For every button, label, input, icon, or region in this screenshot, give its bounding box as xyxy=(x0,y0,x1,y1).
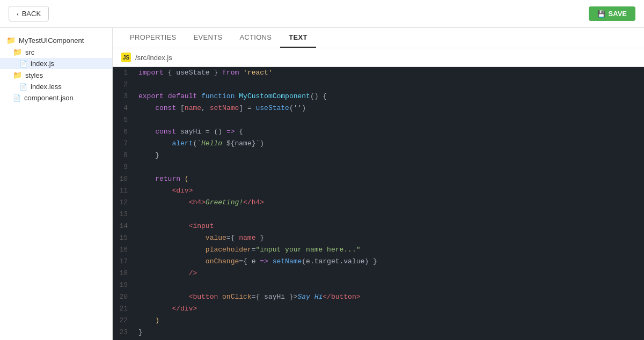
table-row: 13 xyxy=(113,209,644,220)
sidebar-item-root[interactable]: 📁 MyTestUIComponent xyxy=(0,34,112,46)
table-row: 23 } xyxy=(113,327,644,338)
right-panel: PROPERTIES EVENTS ACTIONS TEXT JS /src/i… xyxy=(113,28,644,340)
tab-actions[interactable]: ACTIONS xyxy=(231,28,280,48)
table-row: 6 const sayHi = () => { xyxy=(113,126,644,138)
file-icon: 📄 xyxy=(19,83,27,91)
save-button[interactable]: 💾 SAVE xyxy=(589,6,635,21)
table-row: 4 const [name, setName] = useState('') xyxy=(113,102,644,114)
folder-icon: 📁 xyxy=(13,71,22,79)
table-row: 16 placeholder="input your name here..." xyxy=(113,244,644,256)
code-table: 1 import { useState } from 'react' 2 3 e… xyxy=(113,67,644,340)
table-row: 10 return ( xyxy=(113,173,644,185)
file-icon: 📄 xyxy=(19,60,27,68)
sidebar: 📁 MyTestUIComponent 📁 src 📄 index.js 📁 s… xyxy=(0,28,113,340)
sidebar-label: styles xyxy=(25,71,43,79)
table-row: 19 xyxy=(113,279,644,291)
sidebar-item-indexless[interactable]: 📄 index.less xyxy=(0,81,112,92)
main-layout: 📁 MyTestUIComponent 📁 src 📄 index.js 📁 s… xyxy=(0,28,644,340)
back-button[interactable]: ‹ BACK xyxy=(9,6,49,21)
folder-icon: 📁 xyxy=(6,36,16,45)
js-file-icon: JS xyxy=(121,53,131,62)
table-row: 9 xyxy=(113,161,644,173)
table-row: 2 xyxy=(113,79,644,91)
file-header: JS /src/index.js xyxy=(113,48,644,67)
sidebar-item-src[interactable]: 📁 src xyxy=(0,46,112,58)
toolbar: ‹ BACK 💾 SAVE xyxy=(0,0,644,28)
tabs-bar: PROPERTIES EVENTS ACTIONS TEXT xyxy=(113,28,644,48)
sidebar-item-indexjs[interactable]: 📄 index.js xyxy=(0,58,112,69)
save-icon: 💾 xyxy=(597,10,605,18)
table-row: 12 <h4>Greeting!</h4> xyxy=(113,197,644,209)
back-label: BACK xyxy=(22,10,41,18)
table-row: 17 onChange={ e => setName(e.target.valu… xyxy=(113,256,644,268)
folder-icon: 📁 xyxy=(13,48,22,56)
tab-events[interactable]: EVENTS xyxy=(185,28,231,48)
table-row: 20 <button onClick={ sayHi }>Say Hi</but… xyxy=(113,291,644,303)
sidebar-label: index.less xyxy=(31,83,62,91)
table-row: 14 <input xyxy=(113,220,644,232)
table-row: 5 xyxy=(113,114,644,126)
table-row: 11 <div> xyxy=(113,185,644,197)
table-row: 7 alert(`Hello ${name}`) xyxy=(113,138,644,150)
code-editor[interactable]: 1 import { useState } from 'react' 2 3 e… xyxy=(113,67,644,340)
table-row: 3 export default function MyCustomCompon… xyxy=(113,91,644,102)
table-row: 21 </div> xyxy=(113,303,644,315)
chevron-left-icon: ‹ xyxy=(17,11,19,17)
table-row: 8 } xyxy=(113,150,644,161)
table-row: 22 ) xyxy=(113,315,644,327)
table-row: 15 value={ name } xyxy=(113,232,644,244)
sidebar-item-componentjson[interactable]: 📄 component.json xyxy=(0,92,112,104)
tab-properties[interactable]: PROPERTIES xyxy=(121,28,185,48)
sidebar-label: src xyxy=(25,48,34,56)
tab-text[interactable]: TEXT xyxy=(280,28,316,48)
file-path: /src/index.js xyxy=(135,54,172,62)
save-label: SAVE xyxy=(609,10,627,18)
file-icon: 📄 xyxy=(13,94,21,102)
sidebar-item-styles[interactable]: 📁 styles xyxy=(0,69,112,81)
sidebar-label: component.json xyxy=(24,94,74,102)
table-row: 1 import { useState } from 'react' xyxy=(113,67,644,79)
table-row: 18 /> xyxy=(113,268,644,279)
sidebar-label: index.js xyxy=(31,60,54,68)
root-label: MyTestUIComponent xyxy=(19,36,84,45)
